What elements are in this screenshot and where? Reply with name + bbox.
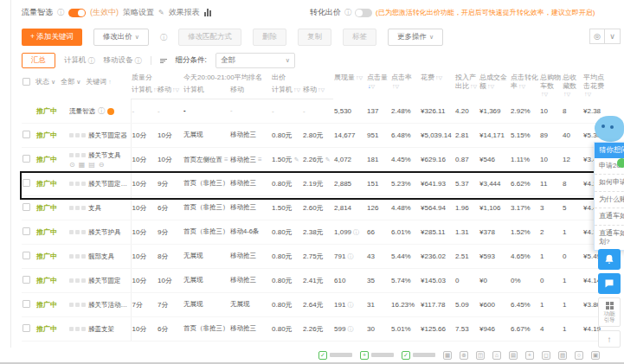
- select-all-checkbox[interactable]: [23, 78, 30, 86]
- row-checkbox[interactable]: [23, 300, 30, 308]
- notifications-button[interactable]: [598, 249, 621, 270]
- keyword-name[interactable]: 膝关节护具: [88, 228, 121, 237]
- feature-guide-button[interactable]: 功能 引导: [598, 297, 621, 327]
- metric-header[interactable]: 总购物车数↑▽: [539, 73, 562, 99]
- row-checkbox[interactable]: [23, 131, 30, 138]
- keyword-name[interactable]: 髋部支具: [88, 252, 114, 261]
- sub-header[interactable]: 移动↑▽: [157, 85, 183, 99]
- filter-funnel-icon[interactable]: ▽: [588, 92, 592, 97]
- tab-pc[interactable]: 计算机ⓘ: [64, 55, 95, 66]
- metric-header[interactable]: 点击转化率↑▽: [510, 73, 539, 99]
- rank-list-icon[interactable]: ≡: [224, 156, 228, 163]
- keyword-cell[interactable]: 膝关节固定支具: [68, 172, 131, 196]
- copy-button[interactable]: 复制: [298, 29, 331, 46]
- metric-header[interactable]: 总收藏数↑▽: [562, 73, 582, 99]
- assistant-mascot[interactable]: [595, 116, 624, 142]
- taskbar-app-icon[interactable]: ◫: [476, 351, 485, 360]
- keyword-name[interactable]: 膝盖支架: [88, 325, 114, 334]
- back-to-top-button[interactable]: ↑: [598, 330, 621, 348]
- row-checkbox[interactable]: [23, 276, 30, 284]
- metric-header[interactable]: 展现量↑▽: [333, 73, 366, 99]
- keyword-name[interactable]: 膝关节固定支具: [88, 180, 130, 188]
- keyword-name[interactable]: 膝关节支具: [88, 151, 121, 160]
- strategy-settings-link[interactable]: 策略设置: [123, 7, 154, 18]
- info-icon[interactable]: ⓘ: [98, 106, 105, 116]
- report-icon[interactable]: ▦: [79, 161, 86, 169]
- sub-header[interactable]: 移动↑▽: [302, 85, 333, 99]
- metric-header[interactable]: 点击率↑▽: [390, 73, 420, 99]
- keyword-cell[interactable]: 髋部支具: [68, 245, 131, 269]
- keyword-cell[interactable]: 膝关节支具⊙▦▤⊖: [68, 148, 131, 172]
- taskbar-app-icon[interactable]: ⊕: [460, 351, 468, 360]
- column-settings-icon[interactable]: ◎: [589, 29, 605, 44]
- status-filter[interactable]: 状态∨: [35, 78, 55, 86]
- feedback-button[interactable]: [598, 273, 621, 294]
- rank-list-icon[interactable]: ≡: [258, 156, 262, 163]
- metric-header[interactable]: 总成交金额↑▽: [479, 73, 510, 99]
- sub-header[interactable]: 移动: [229, 85, 271, 99]
- metric-header[interactable]: 点击量↓▽: [366, 73, 390, 99]
- row-checkbox[interactable]: [23, 155, 30, 163]
- filter-funnel-icon[interactable]: ▽: [491, 84, 495, 89]
- taskbar-app-icon[interactable]: ▤: [509, 351, 518, 360]
- smart-flow-toggle[interactable]: [68, 9, 86, 17]
- filter-funnel-icon[interactable]: ▽: [321, 87, 325, 93]
- filter-funnel-icon[interactable]: ▽: [371, 84, 376, 89]
- info-icon[interactable]: ⓘ: [347, 253, 353, 259]
- info-icon[interactable]: ⓘ: [160, 33, 167, 42]
- tag-button[interactable]: 标签: [343, 29, 376, 46]
- help-panel-item[interactable]: 如何申请图片功能: [595, 175, 624, 191]
- sub-header[interactable]: 计算机: [183, 85, 229, 99]
- edit-bid-icon[interactable]: ✎: [325, 156, 331, 163]
- keyword-cell[interactable]: 膝盖支架: [68, 317, 131, 342]
- edit-pencil-icon[interactable]: ✎: [158, 9, 164, 16]
- chart-icon[interactable]: ▤: [88, 161, 95, 169]
- filter-funnel-icon[interactable]: ▽: [544, 92, 549, 97]
- keyword-name[interactable]: 支具: [88, 204, 101, 213]
- modify-bid-button[interactable]: 修改出价∨: [93, 29, 149, 46]
- keyword-name[interactable]: 膝关节活动支具: [88, 301, 130, 310]
- info-icon[interactable]: ⓘ: [347, 326, 353, 332]
- tab-mobile[interactable]: 移动设备ⓘ: [104, 55, 142, 66]
- filter-funnel-icon[interactable]: ▽: [567, 92, 571, 97]
- keyword-cell[interactable]: 膝关节护具: [68, 220, 131, 245]
- keyword-cell[interactable]: 膝关节活动支具: [68, 293, 131, 317]
- row-checkbox[interactable]: [23, 179, 30, 187]
- metric-header[interactable]: 投入产出比↑▽: [454, 73, 479, 99]
- taskbar-app-icon[interactable]: ◻: [542, 351, 550, 360]
- info-icon[interactable]: ⓘ: [353, 229, 359, 235]
- insight-icon[interactable]: ⊙: [69, 161, 75, 169]
- report-link[interactable]: 效果报表: [169, 7, 200, 18]
- status-all-filter[interactable]: 全部∨: [61, 78, 80, 86]
- keyword-name[interactable]: 膝关节固定器: [88, 131, 127, 140]
- filter-funnel-icon[interactable]: ▽: [297, 87, 301, 93]
- taskbar-app-icon[interactable]: ▧: [558, 351, 567, 360]
- keyword-name[interactable]: 膝关节固定: [88, 277, 121, 285]
- edit-bid-icon[interactable]: ✎: [294, 156, 299, 163]
- filter-funnel-icon[interactable]: ▽: [522, 84, 526, 89]
- info-icon[interactable]: ⓘ: [344, 8, 351, 17]
- bar-chart-icon[interactable]: [204, 9, 211, 16]
- filter-funnel-icon[interactable]: ▽: [359, 75, 363, 80]
- taskbar-app-icon[interactable]: +: [525, 351, 534, 360]
- filter-funnel-icon[interactable]: ▽: [439, 75, 443, 80]
- sub-header[interactable]: 计算机↑▽: [271, 85, 302, 99]
- conversion-bid-toggle[interactable]: [355, 9, 372, 17]
- keyword-cell[interactable]: 流量智选ⓘ: [68, 99, 131, 124]
- modify-match-button[interactable]: 修改匹配方式: [178, 29, 241, 46]
- keyword-cell[interactable]: 膝关节固定: [68, 269, 131, 293]
- add-keyword-button[interactable]: + 添加关键词: [22, 29, 82, 46]
- help-panel-item[interactable]: 为什么账户超过日限额: [595, 192, 624, 208]
- metric-header[interactable]: 花费↑▽: [420, 73, 454, 99]
- tab-summary[interactable]: 汇总: [22, 53, 55, 68]
- condition-select[interactable]: 全部∨: [216, 53, 295, 68]
- collapse-chevron-icon[interactable]: ∨: [605, 29, 621, 44]
- info-icon[interactable]: ⓘ: [347, 302, 353, 308]
- taskbar-app-icon[interactable]: ▦: [443, 351, 452, 360]
- remove-icon[interactable]: ⊖: [99, 161, 105, 169]
- help-panel-item[interactable]: 直通车如何推广: [595, 208, 624, 225]
- sub-header[interactable]: 计算机↑▽: [131, 85, 157, 99]
- delete-button[interactable]: 删除: [253, 29, 286, 46]
- info-icon[interactable]: ⓘ: [57, 8, 64, 17]
- taskbar-app-icon[interactable]: ⌂: [492, 351, 501, 360]
